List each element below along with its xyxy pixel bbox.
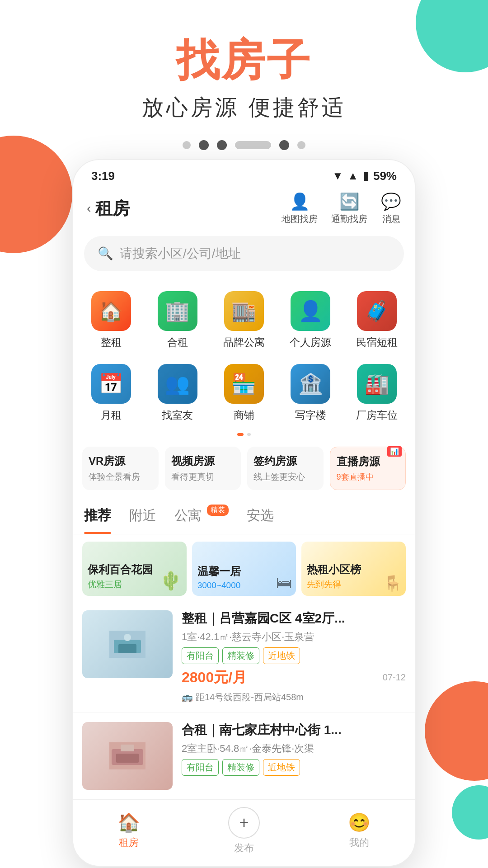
listing-detail-1: 1室·42.1㎡·慈云寺小区·玉泉营 [182, 630, 406, 644]
back-button[interactable]: ‹ [87, 201, 91, 216]
feature-vr-desc: 体验全景看房 [89, 471, 152, 483]
home-tab-label: 租房 [119, 836, 139, 849]
geren-icon: 👤 [291, 291, 330, 331]
category-pinpai[interactable]: 🏬 品牌公寓 [211, 285, 277, 358]
pinpai-label: 品牌公寓 [223, 335, 265, 349]
commute-label: 通勤找房 [331, 213, 367, 225]
zhengzu-icon: 🏠 [91, 291, 131, 331]
shangpu-icon: 🏪 [224, 364, 264, 404]
commute-icon: 🔄 [339, 192, 360, 211]
feature-sign-desc: 线上签更安心 [253, 471, 317, 483]
hezi-label: 合租 [167, 335, 188, 349]
listing-price-1: 2800元/月 [182, 668, 247, 688]
tag-decorated-1: 精装修 [222, 647, 259, 664]
category-shiyou[interactable]: 👥 找室友 [144, 358, 211, 430]
grid-dot-active [237, 433, 244, 436]
category-minsu[interactable]: 🧳 民宿短租 [344, 285, 410, 358]
tab-apartment-label: 公寓 [174, 508, 202, 523]
nav-bar: ‹ 租房 👤 地图找房 🔄 通勤找房 💬 消息 [73, 188, 415, 232]
listing-tags-1: 有阳台 精装修 近地铁 [182, 647, 406, 664]
tag-decorated-2: 精装修 [222, 759, 259, 776]
commute-search-button[interactable]: 🔄 通勤找房 [331, 192, 367, 225]
tab-select[interactable]: 安选 [247, 506, 274, 529]
listing-img-1 [82, 610, 173, 678]
tag-balcony-2: 有阳台 [182, 759, 219, 776]
deco-table: 🪑 [383, 574, 402, 592]
listing-item-1[interactable]: 整租｜吕营嘉园C区 4室2厅... 1室·42.1㎡·慈云寺小区·玉泉营 有阳台… [73, 601, 415, 713]
feature-vr[interactable]: VR房源 体验全景看房 [82, 447, 159, 490]
search-bar[interactable]: 🔍 请搜索小区/公司/地址 [84, 236, 404, 271]
shiyou-label: 找室友 [162, 408, 193, 422]
category-yuezi[interactable]: 📅 月租 [78, 358, 144, 430]
status-right: ▼ ▲ ▮ 59% [332, 169, 397, 183]
feature-video[interactable]: 视频房源 看得更真切 [165, 447, 241, 490]
tab-nearby-label: 附近 [129, 508, 156, 523]
deco-plant: 🌵 [160, 570, 182, 591]
add-icon[interactable]: + [228, 807, 260, 839]
grid-dot-inactive [247, 433, 251, 436]
zhengzu-label: 整租 [101, 335, 122, 349]
listing-detail-2: 2室主卧·54.8㎡·金泰先锋·次渠 [182, 742, 406, 755]
svg-rect-7 [121, 745, 134, 751]
tab-mine[interactable]: 😊 我的 [348, 812, 371, 849]
dot-5 [279, 140, 289, 150]
hezi-icon: 🏢 [158, 291, 197, 331]
category-changfang[interactable]: 🏭 厂房车位 [344, 358, 410, 430]
feature-sign-title: 签约房源 [253, 454, 317, 468]
tab-apartment-badge: 精装 [207, 505, 229, 516]
xiezi-label: 写字楼 [295, 408, 326, 422]
tab-recommend-label: 推荐 [84, 508, 111, 523]
listing-img-placeholder-2 [82, 722, 173, 790]
nav-title: 租房 [95, 197, 130, 220]
deco-bed: 🛏 [276, 573, 292, 592]
status-bar: 3:19 ▼ ▲ ▮ 59% [73, 160, 415, 188]
svg-rect-6 [116, 754, 139, 763]
tab-recommend[interactable]: 推荐 [84, 506, 111, 529]
dot-6 [297, 141, 305, 149]
publish-tab-label: 发布 [234, 841, 254, 855]
mine-tab-label: 我的 [349, 836, 369, 849]
battery-icon: ▮ [363, 170, 369, 182]
map-label: 地图找房 [282, 213, 318, 225]
status-time: 3:19 [91, 169, 115, 183]
listing-tags-2: 有阳台 精装修 近地铁 [182, 759, 406, 776]
tag-balcony-1: 有阳台 [182, 647, 219, 664]
promo-card-3[interactable]: 热租小区榜 先到先得 🪑 [301, 542, 406, 596]
promo-card-2[interactable]: 温馨一居 3000~4000 🛏 [192, 542, 296, 596]
listing-img-2 [82, 722, 173, 790]
live-badge: 📊 [387, 446, 402, 457]
tab-home[interactable]: 🏠 租房 [117, 812, 140, 849]
map-search-button[interactable]: 👤 地图找房 [282, 192, 318, 225]
category-shangpu[interactable]: 🏪 商铺 [211, 358, 277, 430]
feature-live[interactable]: 📊 直播房源 9套直播中 [330, 447, 406, 490]
listing-info-2: 合租｜南七家庄村中心街 1... 2室主卧·54.8㎡·金泰先锋·次渠 有阳台 … [182, 722, 406, 790]
svg-rect-2 [118, 644, 136, 653]
tabs-row: 推荐 附近 公寓 精装 安选 [73, 499, 415, 534]
category-hezi[interactable]: 🏢 合租 [144, 285, 211, 358]
bottom-tabbar: 🏠 租房 + 发布 😊 我的 [73, 799, 415, 866]
tab-publish[interactable]: + 发布 [228, 807, 260, 855]
listing-item-2[interactable]: 合租｜南七家庄村中心街 1... 2室主卧·54.8㎡·金泰先锋·次渠 有阳台 … [73, 713, 415, 799]
listing-title-2: 合租｜南七家庄村中心街 1... [182, 722, 406, 738]
geren-label: 个人房源 [290, 335, 331, 349]
battery-level: 59% [373, 169, 397, 183]
changfang-label: 厂房车位 [356, 408, 398, 422]
category-xiezi[interactable]: 🏦 写字楼 [277, 358, 344, 430]
category-geren[interactable]: 👤 个人房源 [277, 285, 344, 358]
category-zhengzu[interactable]: 🏠 整租 [78, 285, 144, 358]
listing-info-1: 整租｜吕营嘉园C区 4室2厅... 1室·42.1㎡·慈云寺小区·玉泉营 有阳台… [182, 610, 406, 703]
promo-card-1[interactable]: 保利百合花园 优雅三居 🌵 [82, 542, 187, 596]
tag-metro-2: 近地铁 [263, 759, 300, 776]
tab-select-label: 安选 [247, 508, 274, 523]
phone-mockup: 3:19 ▼ ▲ ▮ 59% ‹ 租房 👤 地图找房 🔄 通勤找 [72, 159, 416, 867]
message-button[interactable]: 💬 消息 [381, 192, 401, 225]
dot-1 [183, 141, 191, 149]
bus-icon: 🚌 [182, 692, 193, 703]
live-count: 9套直播中 [337, 472, 399, 482]
message-icon: 💬 [381, 192, 401, 211]
feature-sign[interactable]: 签约房源 线上签更安心 [247, 447, 324, 490]
tab-nearby[interactable]: 附近 [129, 506, 156, 529]
page-indicator [0, 140, 488, 150]
tab-apartment[interactable]: 公寓 精装 [174, 506, 229, 529]
listing-img-placeholder-1 [82, 610, 173, 678]
